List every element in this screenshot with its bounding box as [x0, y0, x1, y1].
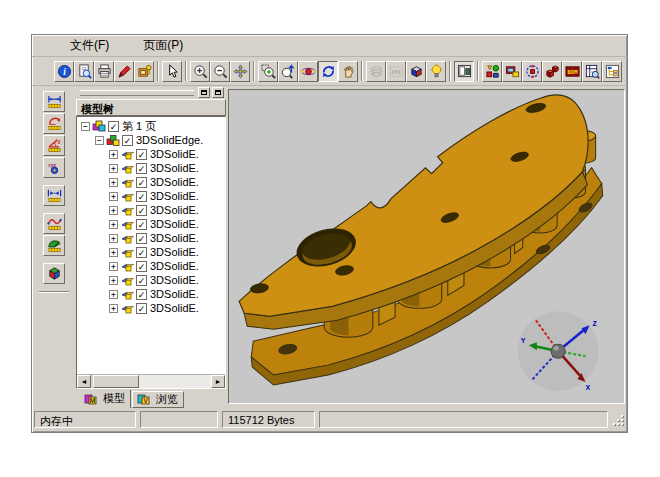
export-button[interactable] — [134, 61, 154, 82]
zoom-out-button[interactable] — [210, 61, 230, 82]
pages-icon — [92, 120, 106, 133]
measure-area-button[interactable] — [43, 235, 65, 256]
tree-item-label: 3DSolidE. — [150, 260, 199, 272]
expand-icon[interactable]: + — [109, 206, 118, 215]
collapse-icon[interactable]: − — [95, 136, 104, 145]
print-button[interactable] — [94, 61, 114, 82]
axis-label-z: Z — [593, 320, 598, 327]
capture-view-button[interactable] — [502, 61, 522, 82]
tab-browse-icon: V — [137, 393, 153, 405]
scroll-left-button[interactable]: ◄ — [77, 375, 91, 388]
expand-icon[interactable]: + — [109, 178, 118, 187]
view-cube-button[interactable] — [406, 61, 426, 82]
expand-icon[interactable]: + — [109, 304, 118, 313]
zoom-select-button[interactable] — [278, 61, 298, 82]
info-button[interactable]: i — [54, 61, 74, 82]
scroll-thumb[interactable] — [93, 375, 139, 388]
panel-close-button[interactable] — [212, 87, 224, 98]
measure-curve-button[interactable] — [43, 213, 65, 234]
panel-maximize-button[interactable] — [198, 87, 210, 98]
visibility-checkbox[interactable]: ✓ — [122, 135, 133, 146]
scroll-track[interactable] — [139, 375, 211, 388]
expand-icon[interactable]: + — [109, 276, 118, 285]
measure-radius-button[interactable] — [43, 113, 65, 134]
tree-item[interactable]: +✓3DSolidE. — [77, 175, 225, 189]
visibility-checkbox[interactable]: ✓ — [136, 205, 147, 216]
expand-icon[interactable]: + — [109, 164, 118, 173]
select-cursor-button[interactable] — [162, 61, 182, 82]
print-preview-button[interactable] — [74, 61, 94, 82]
tree-item[interactable]: +✓3DSolidE. — [77, 245, 225, 259]
tree-item-label: 第 1 页 — [122, 119, 156, 134]
measure-distance-button[interactable] — [43, 91, 65, 112]
pan-axes-button[interactable] — [230, 61, 250, 82]
exploded-view-button[interactable] — [542, 61, 562, 82]
tab-model[interactable]: M模型 — [80, 390, 131, 408]
expand-icon[interactable]: + — [109, 262, 118, 271]
visibility-checkbox[interactable]: ✓ — [136, 149, 147, 160]
structure-tree-button[interactable] — [602, 61, 622, 82]
expand-icon[interactable]: + — [109, 234, 118, 243]
orbit-button[interactable] — [298, 61, 318, 82]
tree-item[interactable]: +✓3DSolidE. — [77, 147, 225, 161]
zoom-window-button[interactable] — [258, 61, 278, 82]
tree-item[interactable]: +✓3DSolidE. — [77, 189, 225, 203]
expand-icon[interactable]: + — [109, 220, 118, 229]
tree-item[interactable]: −✓第 1 页 — [77, 119, 225, 133]
expand-icon[interactable]: + — [109, 290, 118, 299]
tree-item[interactable]: +✓3DSolidE. — [77, 259, 225, 273]
motion-button[interactable] — [522, 61, 542, 82]
measure-xyz-button[interactable]: xyz — [43, 157, 65, 178]
assembly-tools-button[interactable] — [482, 61, 502, 82]
measure-gap-button[interactable] — [43, 185, 65, 206]
annotate-pen-button[interactable] — [114, 61, 134, 82]
tree-item[interactable]: +✓3DSolidE. — [77, 301, 225, 315]
resize-grip[interactable] — [612, 413, 625, 426]
tree-item[interactable]: +✓3DSolidE. — [77, 161, 225, 175]
visibility-checkbox[interactable]: ✓ — [136, 219, 147, 230]
tree-item[interactable]: +✓3DSolidE. — [77, 287, 225, 301]
tree-horizontal-scrollbar[interactable]: ◄ ► — [77, 374, 225, 388]
bom-button[interactable]: BOM — [562, 61, 582, 82]
main-toolbar: iPMIBOM — [32, 57, 627, 86]
zoom-in-button[interactable] — [190, 61, 210, 82]
visibility-checkbox[interactable]: ✓ — [136, 177, 147, 188]
visibility-checkbox[interactable]: ✓ — [108, 121, 119, 132]
parts-list-button[interactable] — [582, 61, 602, 82]
tree-item[interactable]: +✓3DSolidE. — [77, 203, 225, 217]
visibility-checkbox[interactable]: ✓ — [136, 163, 147, 174]
visibility-checkbox[interactable]: ✓ — [136, 289, 147, 300]
menu-file[interactable]: 文件(F) — [62, 35, 117, 56]
visibility-checkbox[interactable]: ✓ — [136, 303, 147, 314]
tab-browse[interactable]: V浏览 — [132, 391, 184, 408]
tree-item[interactable]: +✓3DSolidE. — [77, 217, 225, 231]
measure-angle-button[interactable]: 0 — [43, 135, 65, 156]
model-panel-toggle-button[interactable] — [454, 61, 474, 82]
layers-button[interactable] — [366, 61, 386, 82]
expand-icon[interactable]: + — [109, 248, 118, 257]
light-button[interactable] — [426, 61, 446, 82]
visibility-checkbox[interactable]: ✓ — [136, 247, 147, 258]
scroll-right-button[interactable]: ► — [211, 375, 225, 388]
visibility-checkbox[interactable]: ✓ — [136, 275, 147, 286]
toolbar-separator — [449, 61, 451, 81]
pmi-button[interactable]: PMI — [386, 61, 406, 82]
expand-icon[interactable]: + — [109, 150, 118, 159]
menu-page[interactable]: 页面(P) — [135, 35, 191, 56]
panel-gripper[interactable] — [80, 90, 194, 96]
collapse-icon[interactable]: − — [81, 122, 90, 131]
tree-item[interactable]: +✓3DSolidE. — [77, 231, 225, 245]
viewport-3d[interactable]: Z X Y — [228, 89, 625, 404]
pan-hand-button[interactable] — [338, 61, 358, 82]
expand-icon[interactable]: + — [109, 192, 118, 201]
tree-item-label: 3DSolidEdge. — [136, 134, 203, 146]
tree-item[interactable]: +✓3DSolidE. — [77, 273, 225, 287]
visibility-checkbox[interactable]: ✓ — [136, 191, 147, 202]
svg-text:BOM: BOM — [567, 69, 578, 75]
visibility-checkbox[interactable]: ✓ — [136, 261, 147, 272]
rotate-view-button[interactable] — [318, 61, 338, 82]
visibility-checkbox[interactable]: ✓ — [136, 233, 147, 244]
tree-item[interactable]: −✓3DSolidEdge. — [77, 133, 225, 147]
measure-volume-button[interactable] — [43, 263, 65, 284]
tree-item-label: 3DSolidE. — [150, 232, 199, 244]
